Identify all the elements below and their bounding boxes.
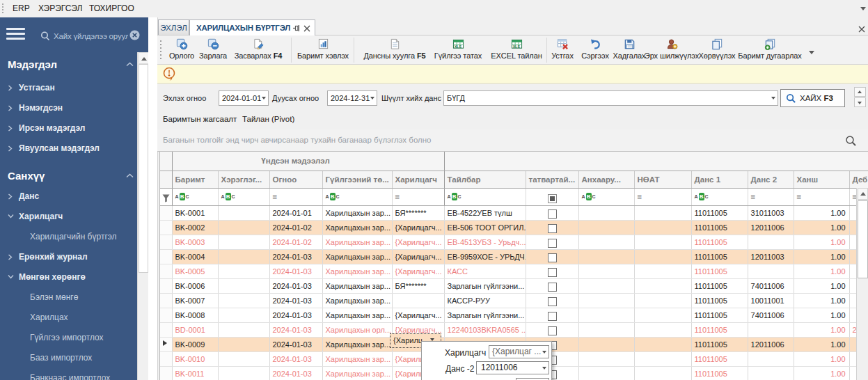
svg-text:XLS: XLS [454, 45, 461, 49]
svg-text:XLS: XLS [512, 45, 520, 49]
